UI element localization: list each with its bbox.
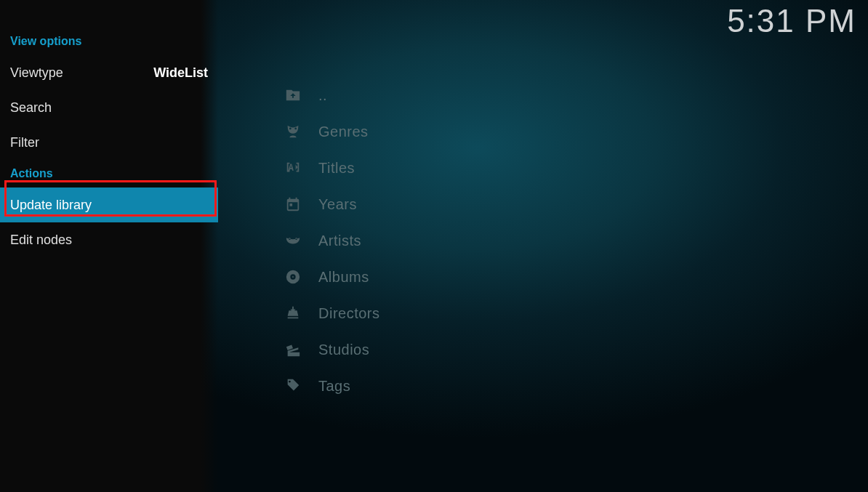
calendar-icon [285,196,301,212]
edit-nodes-label: Edit nodes [10,222,72,257]
list-item-label: .. [318,87,327,104]
list-item-directors[interactable]: Directors [285,295,794,331]
studios-icon [285,342,301,358]
edit-nodes-item[interactable]: Edit nodes [0,222,218,257]
list-item-label: Studios [318,342,369,358]
view-options-header: View options [0,32,218,55]
albums-icon [285,269,301,285]
artists-icon [285,233,301,249]
list-item-titles[interactable]: Titles [285,150,794,186]
list-item-studios[interactable]: Studios [285,331,794,368]
search-label: Search [10,90,52,125]
filter-item[interactable]: Filter [0,125,218,160]
folder-up-icon [285,87,301,103]
list-item-tags[interactable]: Tags [285,368,794,404]
list-item-label: Directors [318,305,380,322]
list-item-label: Genres [318,124,369,140]
main-list: .. Genres Titles Years Artists [285,77,794,404]
update-library-item[interactable]: Update library [0,187,218,222]
actions-header: Actions [0,160,218,187]
clock: 5:31 PM [727,3,856,39]
list-item-years[interactable]: Years [285,186,794,222]
list-item-parent[interactable]: .. [285,77,794,113]
filter-label: Filter [10,125,39,160]
directors-icon [285,305,301,321]
genres-icon [285,124,301,140]
search-item[interactable]: Search [0,90,218,125]
viewtype-item[interactable]: Viewtype WideList [0,55,218,90]
tags-icon [285,378,301,394]
list-item-label: Years [318,196,357,213]
list-item-label: Tags [318,378,350,395]
update-library-label: Update library [10,187,92,222]
list-item-albums[interactable]: Albums [285,259,794,295]
list-item-label: Artists [318,233,361,249]
titles-icon [285,160,301,176]
viewtype-label: Viewtype [10,55,63,90]
list-item-artists[interactable]: Artists [285,222,794,259]
list-item-genres[interactable]: Genres [285,113,794,150]
app-root: 5:31 PM View options Viewtype WideList S… [0,0,868,492]
sidebar: View options Viewtype WideList Search Fi… [0,0,218,492]
viewtype-value: WideList [153,55,208,90]
list-item-label: Albums [318,269,369,286]
list-item-label: Titles [318,160,355,177]
